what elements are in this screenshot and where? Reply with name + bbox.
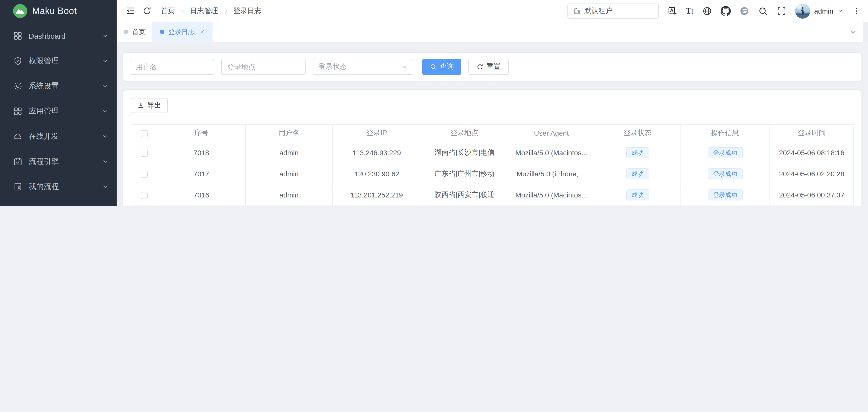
cell-id: 7016 xyxy=(157,184,246,205)
info-badge[interactable]: 登录成功 xyxy=(707,147,743,158)
status-badge: 成功 xyxy=(626,147,649,158)
column-user: 用户名 xyxy=(246,124,333,142)
reset-button[interactable]: 重置 xyxy=(468,59,509,75)
column-id: 序号 xyxy=(157,124,246,142)
column-status: 登录状态 xyxy=(595,124,680,142)
grid-icon xyxy=(13,31,23,40)
search-button[interactable]: 查询 xyxy=(422,59,461,75)
cell-user-agent: Mozilla/5.0 (Macintos... xyxy=(508,184,595,205)
chevron-right-icon xyxy=(223,8,229,14)
search-icon xyxy=(430,63,437,70)
select-all-checkbox[interactable] xyxy=(141,130,148,137)
font-size-icon[interactable]: Tt xyxy=(686,6,693,15)
github-icon[interactable] xyxy=(721,6,731,16)
cell-location: 广东省|广州市|移动 xyxy=(421,163,508,184)
close-tab-icon[interactable] xyxy=(199,29,205,35)
header-actions: 默认租户 Tt xyxy=(567,3,861,18)
tenant-select[interactable]: 默认租户 xyxy=(567,3,659,18)
breadcrumb-log-management[interactable]: 日志管理 xyxy=(190,6,218,15)
search-icon[interactable] xyxy=(758,6,768,16)
cell-user-agent: Mozilla/5.0 (X11; Linu... xyxy=(508,205,595,206)
cell-ip: 153.34.233.147 xyxy=(333,205,421,206)
chevron-down-icon xyxy=(102,83,108,89)
gear-icon xyxy=(13,81,23,91)
status-badge: 成功 xyxy=(626,168,649,179)
fullscreen-icon[interactable] xyxy=(777,6,786,16)
page-content: 登录状态 查询 重置 导出 xyxy=(117,42,868,206)
translate-icon[interactable] xyxy=(668,6,678,16)
chevron-down-icon xyxy=(102,108,108,114)
tenant-name: 默认租户 xyxy=(585,6,613,15)
sidebar-item-system-settings[interactable]: 系统设置 xyxy=(0,73,117,98)
gitee-icon[interactable] xyxy=(739,6,749,16)
maku-logo-icon xyxy=(13,4,27,18)
sidebar-item-app-management[interactable]: 应用管理 xyxy=(0,98,117,124)
column-location: 登录地点 xyxy=(421,124,508,142)
kebab-menu-icon[interactable] xyxy=(852,6,861,15)
username-label: admin xyxy=(814,7,833,15)
cell-user: admin xyxy=(246,163,333,184)
tab-label: 登录日志 xyxy=(168,27,194,36)
column-info: 操作信息 xyxy=(680,124,770,142)
shield-icon xyxy=(13,56,23,66)
cell-id: 7018 xyxy=(157,142,246,163)
cell-user-agent: Mozilla/5.0 (iPhone; ... xyxy=(508,163,595,184)
building-icon xyxy=(573,7,581,15)
column-user-agent: User Agent xyxy=(508,124,595,142)
breadcrumb-login-log: 登录日志 xyxy=(233,6,261,15)
status-filter-select[interactable]: 登录状态 xyxy=(313,59,413,75)
status-placeholder: 登录状态 xyxy=(319,62,347,71)
cell-user: admin xyxy=(246,142,333,163)
location-filter-input[interactable] xyxy=(221,59,306,75)
cell-time: 2024-05-06 02:20:28 xyxy=(770,163,854,184)
cell-user: admin xyxy=(246,205,333,206)
tab-login-log[interactable]: 登录日志 xyxy=(153,22,213,42)
sidebar-item-workflow-engine[interactable]: 流程引擎 xyxy=(0,149,117,174)
tab-dot-icon xyxy=(160,30,164,34)
info-badge[interactable]: 登录成功 xyxy=(707,168,743,179)
table-row: 7018admin113.246.93.229湖南省|长沙市|电信Mozilla… xyxy=(131,142,854,163)
avatar xyxy=(795,3,810,18)
table-row: 7015admin153.34.233.147江苏省|苏州市|联通Mozilla… xyxy=(131,205,854,206)
cell-user: admin xyxy=(246,184,333,205)
sidebar: Maku Boot Dashboard权限管理系统设置应用管理在线开发流程引擎我… xyxy=(0,0,117,206)
cell-location: 湖南省|长沙市|电信 xyxy=(421,142,508,163)
collapse-sidebar-icon[interactable] xyxy=(126,6,135,15)
cell-location: 江苏省|苏州市|联通 xyxy=(421,205,508,206)
chevron-down-icon xyxy=(102,133,108,139)
search-button-label: 查询 xyxy=(440,62,454,71)
sidebar-item-online-dev[interactable]: 在线开发 xyxy=(0,124,117,149)
chevron-right-icon xyxy=(180,8,185,14)
tab-dropdown-icon[interactable] xyxy=(843,22,863,42)
info-badge[interactable]: 登录成功 xyxy=(707,189,743,200)
app-logo[interactable]: Maku Boot xyxy=(0,0,117,22)
sidebar-item-my-workflow[interactable]: 我的流程 xyxy=(0,174,117,199)
cell-location: 陕西省|西安市|联通 xyxy=(421,184,508,205)
table-header-row: 序号 用户名 登录IP 登录地点 User Agent 登录状态 操作信息 登录… xyxy=(131,124,854,142)
refresh-page-icon[interactable] xyxy=(142,6,152,15)
tab-bar: 首页 登录日志 xyxy=(117,22,868,42)
sidebar-item-dashboard[interactable]: Dashboard xyxy=(0,23,117,48)
globe-icon[interactable] xyxy=(702,6,712,16)
calendar-check-icon xyxy=(13,157,23,166)
row-checkbox[interactable] xyxy=(141,192,148,199)
chevron-down-icon xyxy=(837,8,843,14)
cell-user-agent: Mozilla/5.0 (Macintos... xyxy=(508,142,595,163)
app-title: Maku Boot xyxy=(32,6,77,16)
tab-label: 首页 xyxy=(132,27,145,36)
username-filter-input[interactable] xyxy=(130,59,214,75)
cloud-icon xyxy=(13,131,23,141)
reset-button-label: 重置 xyxy=(487,62,501,71)
sidebar-item-permissions[interactable]: 权限管理 xyxy=(0,48,117,73)
main-area: 首页 日志管理 登录日志 默认租户 Tt xyxy=(117,0,868,206)
export-button[interactable]: 导出 xyxy=(131,98,168,113)
cell-ip: 113.201.252.219 xyxy=(333,184,421,205)
row-checkbox[interactable] xyxy=(141,170,148,178)
tab-home[interactable]: 首页 xyxy=(117,22,153,42)
chevron-down-icon xyxy=(401,64,407,70)
breadcrumb-home[interactable]: 首页 xyxy=(161,6,175,15)
user-menu[interactable]: admin xyxy=(795,3,843,18)
sidebar-item-tenant-management[interactable]: 租户管理 xyxy=(0,199,117,206)
row-checkbox[interactable] xyxy=(141,150,148,157)
app-root: Maku Boot Dashboard权限管理系统设置应用管理在线开发流程引擎我… xyxy=(0,0,868,206)
